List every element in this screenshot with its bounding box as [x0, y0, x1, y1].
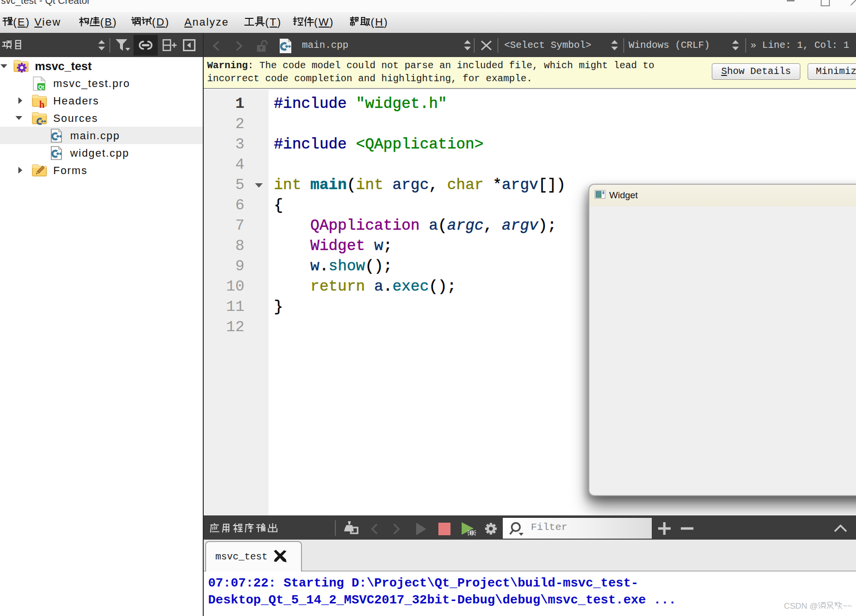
- svg-text:h: h: [39, 99, 45, 110]
- svg-text:Qt: Qt: [38, 84, 45, 90]
